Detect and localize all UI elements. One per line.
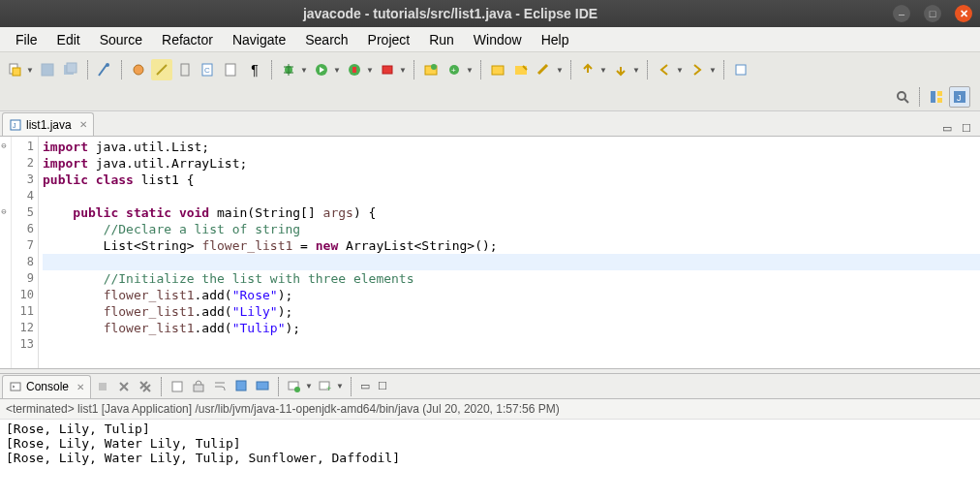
svg-text:+: + [451,66,456,75]
console-status: <terminated> list1 [Java Application] /u… [0,399,980,420]
open-perspective-button[interactable] [926,86,947,108]
editor-tab-list1[interactable]: J list1.java ✕ [2,112,94,136]
debug-toggle-button[interactable] [128,59,149,80]
svg-point-38 [294,387,300,392]
svg-text:C: C [204,66,210,75]
scroll-lock-button[interactable] [189,377,208,396]
remove-all-launches-button[interactable] [136,377,155,396]
coverage-button[interactable] [344,59,365,80]
maximize-console-icon[interactable]: ☐ [375,379,390,394]
toolbar-separator [161,377,162,396]
search-dropdown[interactable]: ▼ [555,59,565,80]
back-button[interactable] [654,59,675,80]
menu-navigate[interactable]: Navigate [223,29,295,50]
new-button[interactable] [4,59,25,80]
menu-help[interactable]: Help [532,29,579,50]
toolbar-separator [271,60,272,79]
window-title: javacode - tutorials/src/list1.java - Ec… [8,6,893,21]
remove-launch-button[interactable] [114,377,134,396]
svg-rect-15 [383,66,392,74]
debug-dropdown[interactable]: ▼ [299,59,309,80]
new-class-button[interactable]: C [198,59,219,80]
next-annotation-dropdown[interactable]: ▼ [631,59,641,80]
svg-rect-26 [937,98,942,103]
menu-source[interactable]: Source [90,29,152,50]
next-annotation-button[interactable] [610,59,631,80]
menu-window[interactable]: Window [464,29,532,50]
close-button[interactable]: ✕ [955,5,972,22]
java-file-icon: J [9,118,22,132]
new-package-button[interactable] [221,59,242,80]
link-editor-button[interactable] [94,59,115,80]
minimize-button[interactable]: – [893,5,910,22]
toolbar-separator [87,60,88,79]
editor-tabstrip: J list1.java ✕ ▭ ☐ [0,111,980,137]
display-selected-button[interactable] [253,377,272,396]
new-java-project-button[interactable] [420,59,442,80]
open-task-button[interactable] [510,59,532,80]
new-console-button[interactable]: + [316,377,335,396]
minimize-view-icon[interactable]: ▭ [939,120,955,136]
svg-rect-4 [67,63,77,73]
maximize-view-icon[interactable]: ☐ [959,120,974,136]
svg-point-17 [431,64,437,70]
svg-rect-34 [194,385,203,391]
svg-point-6 [134,65,143,75]
new-java-package-button[interactable]: + [444,59,465,80]
skip-breakpoints-button[interactable] [151,59,172,80]
svg-rect-32 [99,383,107,391]
open-console-dropdown[interactable]: ▼ [304,376,314,397]
new-dropdown[interactable]: ▼ [25,59,35,80]
close-console-icon[interactable]: ✕ [77,382,84,392]
save-button[interactable] [37,59,58,80]
pin-console-button[interactable] [231,377,251,396]
code-editor[interactable]: ⊖⊖ 12345678910111213 import java.util.Li… [0,137,980,368]
title-bar: javacode - tutorials/src/list1.java - Ec… [0,0,980,27]
back-dropdown[interactable]: ▼ [675,59,685,80]
toggle-button[interactable] [174,59,196,80]
new-console-dropdown[interactable]: ▼ [335,376,345,397]
pin-editor-button[interactable] [730,59,751,80]
svg-rect-35 [236,381,246,391]
minimize-console-icon[interactable]: ▭ [357,379,373,394]
svg-text:J: J [957,93,962,103]
word-wrap-button[interactable] [210,377,230,396]
forward-dropdown[interactable]: ▼ [708,59,718,80]
menu-file[interactable]: File [6,29,47,50]
new-java-package-dropdown[interactable]: ▼ [465,59,475,80]
prev-annotation-dropdown[interactable]: ▼ [598,59,608,80]
console-icon [9,380,22,393]
svg-rect-20 [492,66,504,75]
prev-annotation-button[interactable] [577,59,598,80]
svg-rect-10 [226,64,235,76]
console-tab[interactable]: Console ✕ [2,375,91,398]
console-output[interactable]: [Rose, Lily, Tulip] [Rose, Lily, Water L… [0,420,980,500]
save-all-button[interactable] [60,59,81,80]
run-last-button[interactable] [377,59,398,80]
terminate-button[interactable] [93,377,112,396]
maximize-button[interactable]: □ [924,5,941,22]
menu-edit[interactable]: Edit [47,29,90,50]
run-last-dropdown[interactable]: ▼ [398,59,408,80]
menu-search[interactable]: Search [295,29,357,50]
menu-project[interactable]: Project [358,29,420,50]
clear-console-button[interactable] [168,377,187,396]
open-console-button[interactable] [285,377,304,396]
close-tab-icon[interactable]: ✕ [79,119,87,130]
open-type-button[interactable] [487,59,508,80]
debug-button[interactable] [278,59,299,80]
run-button[interactable] [311,59,332,80]
svg-rect-25 [937,91,942,96]
search-button[interactable] [534,59,555,80]
java-perspective-button[interactable]: J [949,86,970,108]
svg-rect-24 [931,91,935,103]
svg-text:+: + [326,384,331,393]
forward-button[interactable] [687,59,708,80]
svg-rect-22 [736,65,746,75]
show-whitespace-button[interactable]: ¶ [244,59,265,80]
quick-access-button[interactable] [892,86,913,108]
coverage-dropdown[interactable]: ▼ [365,59,375,80]
menu-run[interactable]: Run [419,29,464,50]
menu-refactor[interactable]: Refactor [152,29,223,50]
run-dropdown[interactable]: ▼ [332,59,342,80]
